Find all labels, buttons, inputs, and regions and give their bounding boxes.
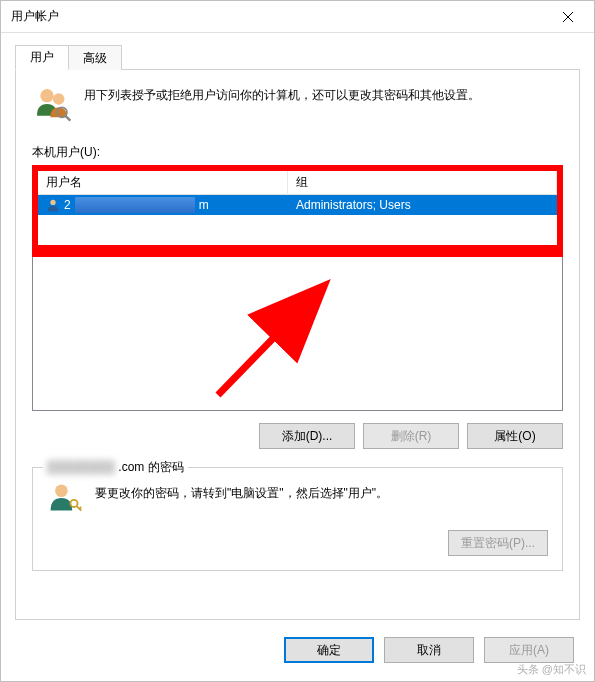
annotation-arrow-icon [203, 275, 343, 405]
remove-button[interactable]: 删除(R) [363, 423, 459, 449]
password-group: ████████ .com 的密码 要更改你的密码，请转到"电脑设置"，然后选择… [32, 467, 563, 571]
password-body: 要更改你的密码，请转到"电脑设置"，然后选择"用户"。 [47, 480, 548, 516]
username-suffix: m [199, 198, 209, 212]
listview-empty-inside [38, 215, 557, 251]
apply-button[interactable]: 应用(A) [484, 637, 574, 663]
username-prefix: 2 [64, 198, 71, 212]
table-row[interactable]: 2 m Administrators; Users [38, 195, 557, 215]
svg-line-3 [65, 116, 70, 121]
users-icon [32, 84, 72, 124]
person-icon [46, 198, 60, 212]
tab-users-panel: 用下列表授予或拒绝用户访问你的计算机，还可以更改其密码和其他设置。 本机用户(U… [15, 70, 580, 620]
svg-point-4 [50, 200, 55, 205]
properties-button[interactable]: 属性(O) [467, 423, 563, 449]
tab-strip: 用户 高级 [15, 45, 580, 70]
titlebar: 用户帐户 [1, 1, 594, 33]
user-key-icon [47, 480, 83, 516]
close-icon [563, 12, 573, 22]
redacted-username [75, 197, 195, 213]
cancel-button[interactable]: 取消 [384, 637, 474, 663]
close-button[interactable] [545, 2, 590, 32]
password-legend: ████████ .com 的密码 [43, 459, 188, 476]
redacted-account: ████████ [47, 460, 115, 474]
svg-line-9 [79, 507, 81, 509]
svg-point-1 [53, 93, 65, 105]
password-button-row: 重置密码(P)... [47, 530, 548, 556]
content-area: 用户 高级 用下列表授予或拒绝用户访问你的计算机，还可以更改其密码和其他设置。 … [1, 33, 594, 632]
password-text: 要更改你的密码，请转到"电脑设置"，然后选择"用户"。 [95, 480, 388, 503]
title-text: 用户帐户 [11, 8, 545, 25]
intro-row: 用下列表授予或拒绝用户访问你的计算机，还可以更改其密码和其他设置。 [32, 84, 563, 124]
tab-advanced[interactable]: 高级 [68, 45, 122, 70]
ok-button[interactable]: 确定 [284, 637, 374, 663]
svg-line-5 [218, 289, 321, 395]
listview-header: 用户名 组 [38, 171, 557, 195]
col-username[interactable]: 用户名 [38, 171, 288, 195]
annotation-highlight: 用户名 组 2 m Administrat [32, 165, 563, 257]
intro-text: 用下列表授予或拒绝用户访问你的计算机，还可以更改其密码和其他设置。 [84, 84, 480, 124]
cell-username: 2 m [38, 197, 288, 213]
col-group[interactable]: 组 [288, 171, 557, 195]
cell-group: Administrators; Users [288, 198, 557, 212]
dialog-footer: 确定 取消 应用(A) [284, 637, 574, 663]
svg-point-0 [40, 89, 53, 102]
reset-password-button[interactable]: 重置密码(P)... [448, 530, 548, 556]
user-accounts-dialog: 用户帐户 用户 高级 用下列表授予或拒绝用户访问你的计算机，还可以更改其密码和其… [0, 0, 595, 682]
user-buttons-row: 添加(D)... 删除(R) 属性(O) [32, 423, 563, 449]
svg-point-7 [70, 500, 77, 507]
legend-suffix: .com 的密码 [118, 460, 183, 474]
user-listview[interactable]: 用户名 组 2 m Administrat [38, 171, 557, 251]
listview-empty-area[interactable] [32, 257, 563, 411]
watermark-text: 头条 @知不识 [517, 662, 586, 677]
svg-point-6 [55, 485, 68, 498]
add-button[interactable]: 添加(D)... [259, 423, 355, 449]
tab-users[interactable]: 用户 [15, 45, 69, 70]
local-users-label: 本机用户(U): [32, 144, 563, 161]
